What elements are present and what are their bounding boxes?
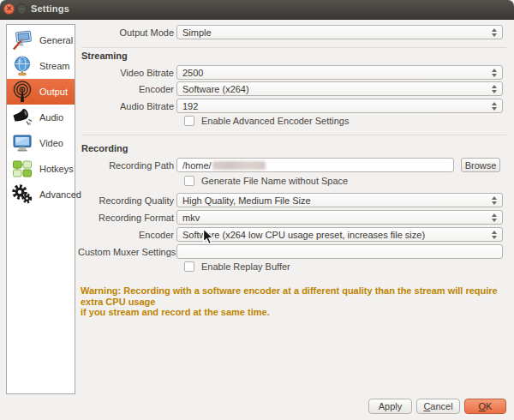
recording-format-select[interactable]: mkv (176, 210, 503, 225)
video-bitrate-row: Video Bitrate 2500 (78, 65, 503, 80)
browse-button[interactable]: Browse (461, 158, 500, 172)
recording-encoder-row: Encoder Software (x264 low CPU usage pre… (78, 227, 503, 242)
warning-line-1: Warning: Recording with a software encod… (81, 285, 502, 307)
recording-heading: Recording (81, 143, 128, 153)
sidebar-label-hotkeys: Hotkeys (39, 164, 74, 174)
recording-path-row: Recording Path /home/ (78, 158, 454, 172)
recording-quality-row: Recording Quality High Quality, Medium F… (78, 193, 503, 207)
video-display-icon (11, 132, 33, 154)
warning-line-2: if you stream and record at the same tim… (81, 307, 502, 318)
sidebar-label-audio: Audio (39, 112, 63, 123)
recording-format-row: Recording Format mkv (78, 210, 503, 225)
dropdown-arrows-icon[interactable] (491, 99, 498, 112)
audio-bitrate-label: Audio Bitrate (78, 101, 176, 111)
sidebar-item-general[interactable]: General (7, 27, 75, 53)
recording-format-value: mkv (182, 213, 200, 223)
window-title: Settings (31, 3, 69, 14)
replay-buffer-checkbox[interactable] (184, 261, 194, 272)
output-broadcast-icon (11, 81, 33, 103)
spinner-arrows-icon[interactable] (491, 66, 498, 79)
stream-encoder-select[interactable]: Software (x264) (176, 81, 503, 96)
section-separator (81, 135, 506, 135)
video-bitrate-label: Video Bitrate (78, 68, 176, 78)
recording-quality-select[interactable]: High Quality, Medium File Size (176, 193, 503, 207)
video-bitrate-spinbox[interactable]: 2500 (176, 65, 503, 80)
no-space-checkbox[interactable] (184, 176, 194, 186)
stream-encoder-label: Encoder (78, 84, 176, 94)
redacted-username (212, 161, 266, 170)
dropdown-arrows-icon[interactable] (491, 26, 498, 39)
recording-encoder-label: Encoder (78, 230, 176, 240)
titlebar: ✕ Settings (0, 0, 514, 20)
minimize-button[interactable] (16, 3, 27, 15)
advanced-gears-icon (11, 183, 33, 206)
replay-buffer-checkbox-label: Enable Replay Buffer (201, 261, 290, 272)
advanced-encoder-checkbox[interactable] (184, 116, 194, 126)
output-mode-row: Output Mode Simple (78, 25, 503, 39)
sidebar-label-advanced: Advanced (39, 189, 81, 200)
recording-path-label: Recording Path (78, 160, 176, 171)
muxer-settings-row: Custom Muxer Settings (78, 244, 503, 259)
no-space-checkbox-label: Generate File Name without Space (201, 176, 348, 186)
close-button[interactable]: ✕ (3, 3, 15, 15)
recording-format-label: Recording Format (78, 213, 176, 223)
no-space-checkbox-row: Generate File Name without Space (184, 176, 348, 186)
sidebar-item-audio[interactable]: Audio (7, 105, 75, 130)
sidebar-item-advanced[interactable]: Advanced (7, 182, 75, 207)
audio-bitrate-row: Audio Bitrate 192 (78, 99, 503, 113)
apply-button[interactable]: Apply (368, 399, 412, 414)
muxer-settings-input[interactable] (176, 244, 503, 259)
stream-encoder-row: Encoder Software (x264) (78, 81, 503, 96)
sidebar-label-general: General (39, 35, 73, 45)
stream-encoder-value: Software (x264) (182, 84, 249, 94)
recording-encoder-value: Software (x264 low CPU usage preset, inc… (182, 230, 425, 240)
audio-bitrate-select[interactable]: 192 (176, 99, 503, 113)
sidebar-label-stream: Stream (39, 61, 69, 71)
replay-buffer-checkbox-row: Enable Replay Buffer (184, 261, 290, 272)
recording-encoder-select[interactable]: Software (x264 low CPU usage preset, inc… (176, 227, 503, 242)
stream-globe-icon (11, 55, 33, 77)
general-settings-icon (11, 29, 33, 51)
ok-button[interactable]: OK (464, 399, 506, 414)
hotkeys-keyboard-icon (11, 158, 33, 180)
recording-quality-value: High Quality, Medium File Size (182, 195, 311, 206)
recording-path-value: /home/ (182, 160, 212, 171)
dropdown-arrows-icon[interactable] (491, 228, 498, 241)
output-mode-value: Simple (182, 27, 212, 38)
encoder-warning-text: Warning: Recording with a software encod… (81, 285, 502, 318)
recording-path-input[interactable]: /home/ (176, 158, 454, 172)
advanced-encoder-checkbox-label: Enable Advanced Encoder Settings (201, 116, 349, 126)
audio-bitrate-value: 192 (182, 101, 198, 111)
streaming-heading: Streaming (81, 51, 128, 61)
advanced-encoder-checkbox-row: Enable Advanced Encoder Settings (184, 116, 349, 126)
recording-quality-label: Recording Quality (78, 195, 176, 206)
sidebar-item-hotkeys[interactable]: Hotkeys (7, 156, 75, 182)
cancel-button[interactable]: Cancel (416, 399, 460, 414)
sidebar-label-video: Video (39, 138, 63, 148)
sidebar-label-output: Output (39, 87, 68, 97)
section-separator (81, 47, 506, 48)
sidebar-item-stream[interactable]: Stream (7, 53, 75, 79)
output-mode-label: Output Mode (78, 27, 176, 38)
sidebar-item-output[interactable]: Output (7, 79, 75, 105)
audio-speaker-icon (11, 106, 33, 129)
muxer-settings-label: Custom Muxer Settings (78, 247, 176, 257)
video-bitrate-value: 2500 (182, 68, 203, 78)
settings-window: ✕ Settings General (0, 0, 514, 420)
sidebar-item-video[interactable]: Video (7, 130, 75, 156)
settings-sidebar: General Stream Output (6, 24, 75, 394)
dropdown-arrows-icon[interactable] (491, 211, 498, 224)
output-mode-select[interactable]: Simple (176, 25, 503, 39)
dropdown-arrows-icon[interactable] (491, 194, 498, 207)
dropdown-arrows-icon[interactable] (491, 82, 498, 95)
